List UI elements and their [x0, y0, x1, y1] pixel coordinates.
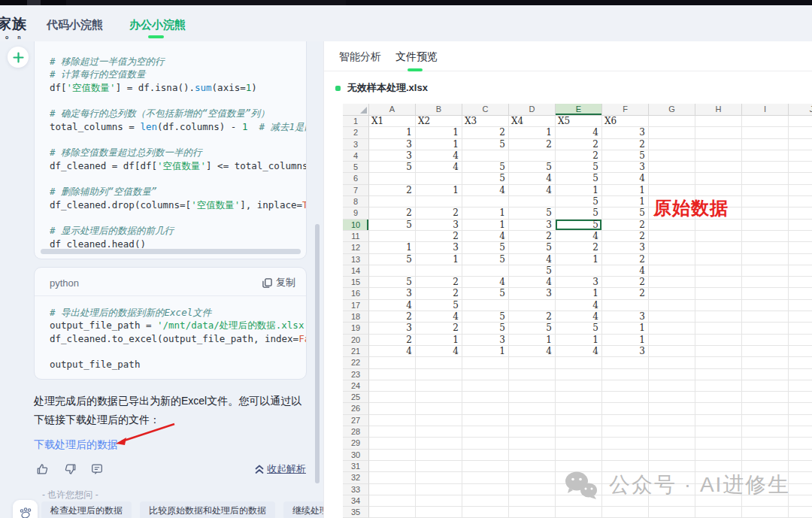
sheet-cell[interactable]	[789, 426, 812, 438]
sheet-cell[interactable]	[695, 277, 742, 288]
sheet-cell[interactable]	[742, 357, 789, 368]
sheet-cell[interactable]: 3	[602, 162, 649, 173]
sheet-cell[interactable]	[369, 380, 416, 392]
sheet-cell[interactable]	[649, 265, 695, 277]
sheet-cell[interactable]	[742, 380, 789, 392]
sheet-cell[interactable]	[695, 335, 742, 346]
thumbs-up-icon[interactable]	[36, 462, 50, 476]
sheet-cell[interactable]	[789, 484, 812, 495]
sheet-cell[interactable]	[649, 450, 695, 461]
sheet-cell[interactable]: 4	[416, 346, 462, 357]
sheet-cell[interactable]: 5	[369, 220, 416, 231]
sheet-cell[interactable]	[789, 461, 812, 472]
sheet-cell[interactable]	[416, 380, 462, 392]
sheet-cell[interactable]: 2	[369, 185, 416, 196]
sheet-cell[interactable]	[789, 162, 812, 173]
sheet-cell[interactable]: 2	[509, 231, 556, 242]
sheet-cell[interactable]	[462, 196, 509, 208]
sheet-cell[interactable]	[509, 450, 556, 461]
sheet-cell[interactable]	[462, 415, 509, 426]
sheet-cell[interactable]	[416, 392, 462, 403]
sheet-row-header[interactable]: 17	[343, 300, 369, 311]
sheet-cell[interactable]: 3	[416, 220, 462, 231]
sheet-cell[interactable]	[789, 300, 812, 311]
sheet-cell[interactable]	[789, 139, 812, 150]
sheet-cell[interactable]	[695, 380, 742, 392]
sheet-cell[interactable]: X4	[509, 116, 556, 127]
sheet-cell[interactable]	[695, 265, 742, 277]
sheet-cell[interactable]: 5	[509, 208, 556, 219]
sheet-cell[interactable]: 1	[369, 242, 416, 253]
sheet-cell[interactable]: 4	[462, 185, 509, 196]
sheet-cell[interactable]	[789, 116, 812, 127]
sheet-cell[interactable]	[742, 127, 789, 138]
sheet-cell[interactable]	[556, 380, 602, 392]
sheet-cell[interactable]	[742, 450, 789, 461]
sheet-cell[interactable]: 5	[556, 196, 602, 208]
sheet-cell[interactable]: 4	[602, 173, 649, 184]
sheet-cell[interactable]: 4	[602, 265, 649, 277]
sheet-cell[interactable]	[649, 277, 695, 288]
sheet-cell[interactable]	[556, 392, 602, 403]
sheet-cell[interactable]	[742, 426, 789, 438]
sheet-cell[interactable]: 5	[462, 288, 509, 299]
sheet-cell[interactable]: 5	[369, 254, 416, 265]
sheet-cell[interactable]	[369, 426, 416, 438]
sheet-row-header[interactable]: 18	[343, 311, 369, 323]
sheet-cell[interactable]	[509, 380, 556, 392]
sheet-cell[interactable]	[742, 254, 789, 265]
sheet-column-header[interactable]: F	[602, 104, 649, 116]
sheet-cell[interactable]: 2	[602, 288, 649, 299]
sheet-cell[interactable]	[742, 311, 789, 323]
sheet-cell[interactable]: 2	[602, 254, 649, 265]
sheet-cell[interactable]	[602, 300, 649, 311]
sheet-cell[interactable]	[649, 288, 695, 299]
sheet-cell[interactable]	[742, 231, 789, 242]
sheet-cell[interactable]	[509, 357, 556, 368]
tab-smart-analysis[interactable]: 智能分析	[339, 50, 381, 64]
sheet-cell[interactable]: 2	[509, 311, 556, 323]
sheet-cell[interactable]	[556, 438, 602, 449]
sheet-cell[interactable]	[649, 139, 695, 150]
sheet-cell[interactable]	[742, 139, 789, 150]
sheet-cell[interactable]: 1	[602, 196, 649, 208]
sheet-cell[interactable]: 5	[462, 139, 509, 150]
sheet-cell[interactable]	[742, 438, 789, 449]
collapse-analysis-button[interactable]: 收起解析	[255, 462, 306, 476]
suggestion-chip[interactable]: 继续处理其	[283, 501, 323, 518]
sheet-cell[interactable]	[556, 369, 602, 380]
sheet-cell[interactable]: X2	[416, 116, 462, 127]
copy-button[interactable]: 复制	[262, 276, 295, 289]
sheet-cell[interactable]	[416, 461, 462, 472]
sheet-cell[interactable]	[695, 254, 742, 265]
sheet-row-header[interactable]: 5	[343, 162, 369, 173]
sheet-cell[interactable]	[649, 231, 695, 242]
sheet-row-header[interactable]: 19	[343, 323, 369, 334]
sheet-cell[interactable]	[789, 403, 812, 414]
sheet-column-header[interactable]: B	[416, 104, 462, 116]
sheet-row-header[interactable]: 7	[343, 185, 369, 196]
sheet-cell[interactable]	[649, 150, 695, 162]
horizontal-scrollbar[interactable]	[41, 249, 301, 254]
sheet-cell[interactable]: 3	[556, 277, 602, 288]
tab-file-preview[interactable]: 文件预览	[395, 50, 438, 64]
sheet-cell[interactable]	[649, 173, 695, 184]
sheet-cell[interactable]: X3	[462, 116, 509, 127]
sheet-cell[interactable]	[602, 392, 649, 403]
sheet-cell[interactable]	[649, 127, 695, 138]
sheet-cell[interactable]	[742, 323, 789, 334]
sheet-cell[interactable]	[602, 380, 649, 392]
sheet-cell[interactable]	[462, 300, 509, 311]
sheet-cell[interactable]	[556, 403, 602, 414]
sheet-cell[interactable]	[789, 357, 812, 368]
sheet-cell[interactable]	[789, 369, 812, 380]
sheet-cell[interactable]: 4	[509, 173, 556, 184]
sheet-cell[interactable]	[602, 426, 649, 438]
sheet-cell[interactable]	[789, 495, 812, 507]
sheet-cell[interactable]: 4	[509, 185, 556, 196]
sheet-cell[interactable]: 4	[556, 311, 602, 323]
sheet-cell[interactable]: 1	[509, 335, 556, 346]
sheet-cell[interactable]: 5	[556, 323, 602, 334]
sheet-row-header[interactable]: 1	[343, 116, 369, 127]
sheet-cell[interactable]	[695, 162, 742, 173]
